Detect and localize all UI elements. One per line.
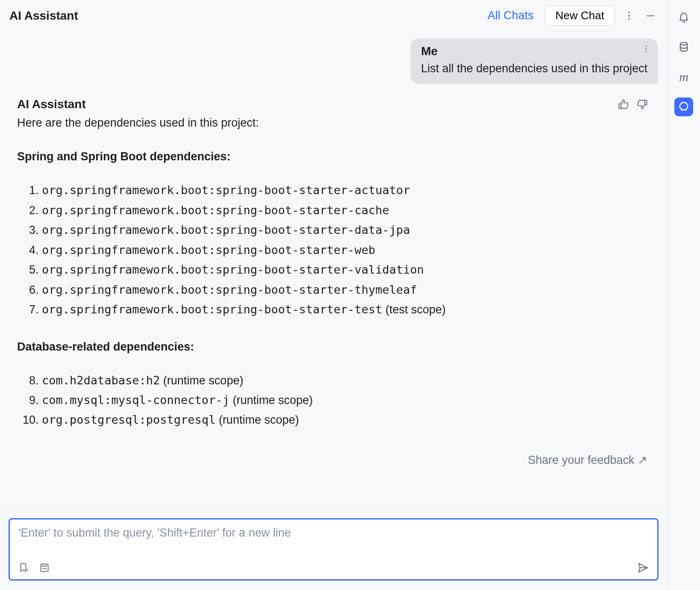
message-more-icon[interactable] <box>641 44 651 56</box>
list-item: com.h2database:h2 (runtime scope) <box>42 371 650 390</box>
ai-assistant-icon[interactable] <box>674 97 693 116</box>
svg-rect-7 <box>41 564 48 571</box>
ai-response-block: AI Assistant Here are the dependencies u… <box>17 97 650 430</box>
svg-point-2 <box>628 18 630 20</box>
svg-point-1 <box>628 15 630 17</box>
ai-sender-label: AI Assistant <box>17 97 612 111</box>
svg-point-0 <box>628 12 630 13</box>
right-tool-rail: m <box>668 0 700 590</box>
dep-section-heading: Database-related dependencies: <box>17 340 650 354</box>
list-item: org.springframework.boot:spring-boot-sta… <box>42 240 650 260</box>
dep-list-db: com.h2database:h2 (runtime scope) com.my… <box>17 371 650 430</box>
all-chats-link[interactable]: All Chats <box>488 9 534 22</box>
list-item: org.postgresql:postgresql (runtime scope… <box>42 410 650 430</box>
minimize-icon[interactable] <box>643 9 658 23</box>
thumbs-up-icon[interactable] <box>616 97 631 112</box>
user-message-text: List all the dependencies used in this p… <box>421 61 647 76</box>
bookmark-icon[interactable] <box>18 561 30 574</box>
panel-title: AI Assistant <box>9 9 481 23</box>
chat-header: AI Assistant All Chats New Chat <box>0 0 667 32</box>
share-feedback-link[interactable]: Share your feedback ↗ <box>9 453 647 467</box>
new-chat-button[interactable]: New Chat <box>545 6 615 26</box>
notifications-icon[interactable] <box>674 8 693 27</box>
list-item: com.mysql:mysql-connector-j (runtime sco… <box>42 390 650 410</box>
dep-section-heading: Spring and Spring Boot dependencies: <box>17 150 650 163</box>
save-icon[interactable] <box>38 561 51 574</box>
more-options-icon[interactable] <box>622 9 636 23</box>
user-sender-label: Me <box>421 44 647 58</box>
ai-intro-text: Here are the dependencies used in this p… <box>17 116 650 130</box>
thumbs-down-icon[interactable] <box>635 97 650 112</box>
send-icon[interactable] <box>637 561 650 574</box>
input-area <box>0 512 667 590</box>
list-item: org.springframework.boot:spring-boot-sta… <box>42 180 650 200</box>
svg-point-5 <box>646 49 647 50</box>
database-icon[interactable] <box>674 38 693 56</box>
svg-point-6 <box>646 51 647 53</box>
prompt-input-box <box>9 518 659 581</box>
svg-point-9 <box>680 43 687 45</box>
list-item: org.springframework.boot:spring-boot-sta… <box>42 280 650 300</box>
dep-list-spring: org.springframework.boot:spring-boot-sta… <box>17 180 650 319</box>
list-item: org.springframework.boot:spring-boot-sta… <box>42 300 650 319</box>
list-item: org.springframework.boot:spring-boot-sta… <box>42 201 650 220</box>
user-message-bubble: Me List all the dependencies used in thi… <box>411 38 658 84</box>
maven-icon[interactable]: m <box>674 68 693 86</box>
list-item: org.springframework.boot:spring-boot-sta… <box>42 220 650 240</box>
prompt-input[interactable] <box>18 525 650 557</box>
chat-scroll-area: Me List all the dependencies used in thi… <box>0 32 667 512</box>
svg-point-4 <box>646 46 647 47</box>
list-item: org.springframework.boot:spring-boot-sta… <box>42 260 650 280</box>
